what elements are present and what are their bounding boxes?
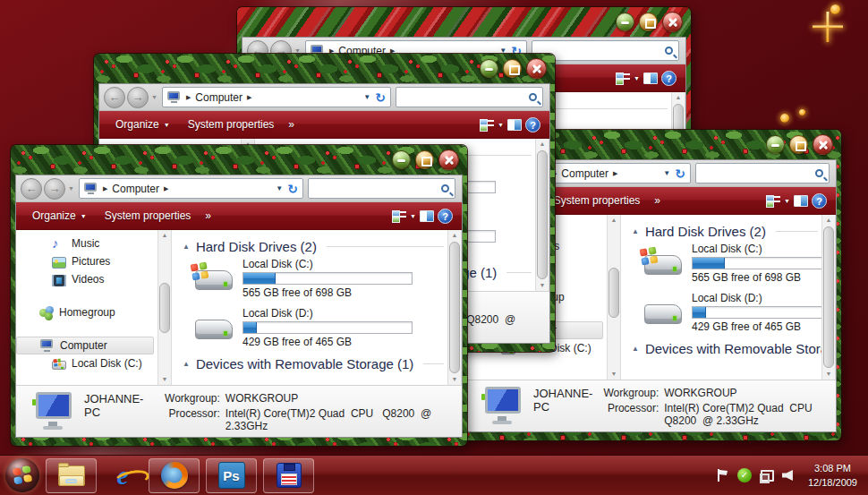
forward-button[interactable]: → (127, 87, 149, 108)
sidebar-item-videos[interactable]: Videos (16, 270, 157, 288)
sidebar-item-music[interactable]: ♪ Music (16, 235, 157, 252)
taskbar-internet-explorer-button[interactable]: e (103, 458, 142, 493)
group-header-removable[interactable]: ▲ Devices with Removable Storage (1) (632, 341, 818, 356)
preview-pane-icon[interactable] (643, 73, 658, 84)
recent-pages-dropdown-icon[interactable]: ▼ (294, 47, 301, 54)
recent-pages-dropdown-icon[interactable]: ▼ (151, 94, 157, 100)
scrollbar-thumb[interactable] (823, 226, 834, 368)
scroll-up-icon[interactable]: ▲ (452, 231, 458, 240)
recent-pages-dropdown-icon[interactable]: ▼ (68, 185, 74, 192)
back-button[interactable]: ← (21, 178, 42, 200)
breadcrumb-item-computer[interactable]: Computer (112, 183, 159, 195)
taskbar-explorer-button[interactable] (46, 458, 97, 493)
sidebar-item-computer[interactable]: Computer (16, 337, 154, 354)
sidebar-item-homegroup[interactable]: Homegroup (16, 303, 157, 321)
scroll-up-icon[interactable]: ▲ (540, 140, 546, 149)
address-dropdown-icon[interactable]: ▼ (663, 169, 670, 177)
drive-item-d[interactable]: Local Disk (D:) 429 GB free of 465 GB (642, 292, 818, 333)
preview-pane-icon[interactable] (794, 195, 808, 207)
sidebar-scrollbar[interactable]: ▲ ▼ (157, 230, 172, 385)
minimize-button[interactable] (616, 13, 634, 31)
breadcrumb-item-computer[interactable]: Computer (561, 167, 608, 180)
explorer-window-front[interactable]: ← → ▼ ▶ Computer ▶ ▼ ↻ Organize (11, 145, 467, 446)
taskbar-photoshop-button[interactable]: Ps (206, 458, 257, 493)
scroll-up-icon[interactable]: ▲ (162, 231, 168, 240)
refresh-icon[interactable]: ↻ (287, 183, 298, 195)
scrollbar-thumb[interactable] (537, 150, 548, 279)
search-icon[interactable] (529, 93, 537, 101)
sidebar-item-pictures[interactable]: Pictures (16, 252, 157, 270)
system-properties-button[interactable]: System properties (181, 115, 282, 133)
breadcrumb-separator-icon[interactable]: ▶ (247, 94, 251, 101)
scroll-down-icon[interactable]: ▼ (611, 370, 617, 379)
scrollbar-thumb[interactable] (159, 283, 170, 333)
help-icon[interactable]: ? (438, 209, 453, 224)
breadcrumb-separator-icon[interactable]: ▶ (164, 185, 168, 192)
change-view-icon[interactable] (392, 209, 406, 222)
refresh-icon[interactable]: ↻ (675, 167, 685, 180)
sidebar-scrollbar[interactable]: ▲ ▼ (607, 215, 621, 380)
group-header-hard-disks[interactable]: ▲ Hard Disk Drives (2) (183, 239, 444, 254)
scroll-up-icon[interactable]: ▲ (826, 216, 832, 225)
system-properties-button[interactable]: System properties (547, 192, 648, 209)
help-icon[interactable]: ? (661, 71, 677, 86)
group-header-hard-disks[interactable]: ▲ Hard Disk Drives (2) (632, 224, 818, 239)
collapse-icon[interactable]: ▲ (632, 227, 639, 235)
organize-menu[interactable]: Organize ▼ (25, 207, 94, 225)
breadcrumb[interactable]: ▶ Computer ▶ ▼ ↻ (79, 178, 303, 199)
breadcrumb-item-computer[interactable]: Computer (195, 91, 243, 104)
preview-pane-icon[interactable] (507, 119, 522, 131)
close-button[interactable] (526, 58, 547, 79)
sidebar-item-local-disk-c[interactable]: Local Disk (C:) (16, 354, 157, 372)
search-icon[interactable] (665, 47, 673, 55)
taskbar-firefox-button[interactable] (149, 458, 200, 493)
drive-item-c[interactable]: Local Disk (C:) 565 GB free of 698 GB (642, 243, 818, 284)
back-button[interactable]: ← (104, 87, 125, 108)
scroll-down-icon[interactable]: ▼ (162, 375, 168, 384)
search-icon[interactable] (815, 169, 823, 177)
collapse-icon[interactable]: ▲ (632, 345, 639, 353)
close-button[interactable] (662, 12, 683, 32)
main-scrollbar[interactable]: ▲ ▼ (447, 230, 462, 385)
maximize-button[interactable] (415, 150, 434, 169)
help-icon[interactable]: ? (525, 117, 540, 132)
toolbar-overflow-button[interactable]: » (285, 115, 298, 133)
close-button[interactable] (438, 149, 459, 170)
toolbar-overflow-button[interactable]: » (651, 192, 664, 209)
drive-item-d[interactable]: Local Disk (D:) 429 GB free of 465 GB (193, 307, 444, 348)
search-icon[interactable] (441, 184, 449, 192)
organize-menu[interactable]: Organize ▼ (108, 115, 177, 133)
refresh-icon[interactable]: ↻ (375, 91, 386, 104)
drive-item-c[interactable]: Local Disk (C:) 565 GB free of 698 GB (193, 258, 444, 299)
change-view-icon[interactable] (480, 118, 494, 131)
search-input[interactable] (308, 178, 455, 199)
toolbar-overflow-button[interactable]: » (201, 207, 215, 225)
action-center-flag-icon[interactable] (717, 469, 729, 482)
address-dropdown-icon[interactable]: ▼ (276, 184, 283, 192)
group-header-removable[interactable]: ▲ Devices with Removable Storage (1) (183, 356, 444, 371)
scroll-down-icon[interactable]: ▼ (540, 281, 546, 290)
clock[interactable]: 3:08 PM 12/18/2009 (808, 461, 857, 491)
start-button[interactable] (5, 458, 39, 492)
scrollbar-thumb[interactable] (608, 268, 619, 318)
maximize-button[interactable] (639, 13, 658, 31)
main-scrollbar[interactable]: ▲ ▼ (535, 139, 549, 291)
change-view-icon[interactable] (766, 194, 780, 207)
breadcrumb-separator-icon[interactable]: ▶ (613, 170, 617, 177)
security-check-icon[interactable]: ✓ (737, 468, 752, 482)
close-button[interactable] (813, 134, 833, 155)
help-icon[interactable]: ? (812, 193, 827, 209)
views-dropdown-icon[interactable]: ▼ (498, 122, 504, 128)
volume-icon[interactable] (782, 470, 793, 481)
maximize-button[interactable] (789, 135, 808, 154)
minimize-button[interactable] (392, 150, 411, 169)
search-input[interactable] (396, 87, 543, 107)
change-view-icon[interactable] (616, 72, 630, 84)
scroll-down-icon[interactable]: ▼ (452, 375, 458, 384)
system-properties-button[interactable]: System properties (98, 207, 199, 225)
views-dropdown-icon[interactable]: ▼ (784, 198, 790, 204)
desktop[interactable]: ← → ▼ ▶ Computer ▶ ▼ ↻ Organize (0, 0, 868, 495)
collapse-icon[interactable]: ▲ (183, 243, 190, 251)
search-input[interactable] (695, 163, 830, 183)
maximize-button[interactable] (503, 59, 522, 78)
